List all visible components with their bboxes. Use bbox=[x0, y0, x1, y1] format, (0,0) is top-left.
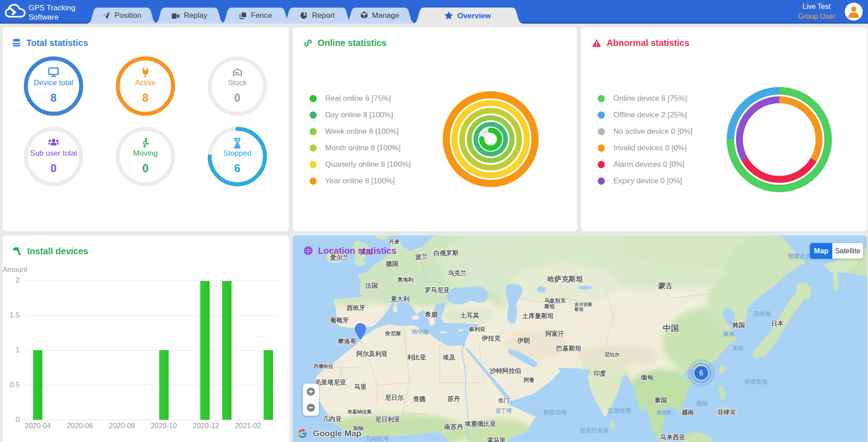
svg-text:6: 6 bbox=[699, 369, 703, 377]
